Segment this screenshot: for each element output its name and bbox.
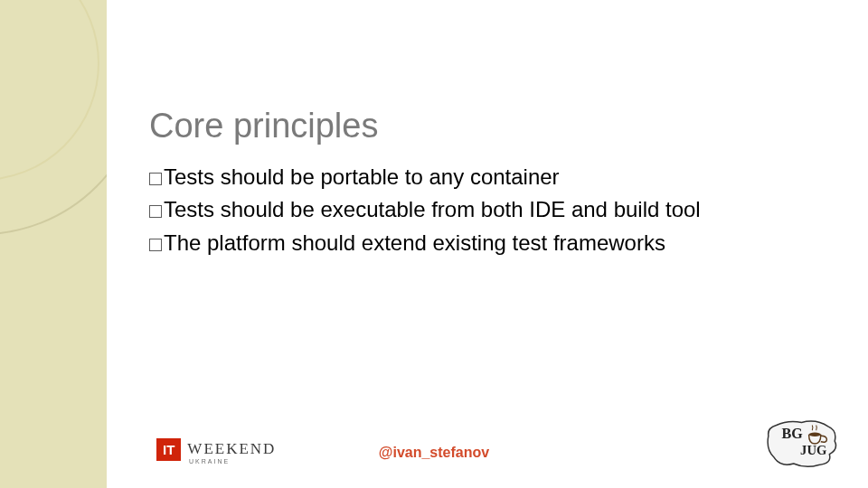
logo-weekend-text: WEEKEND	[187, 441, 276, 456]
bgjug-bg-text: BG	[782, 426, 804, 441]
logo-it-weekend: IT WEEKEND UKRAINE	[156, 438, 276, 461]
logo-ukraine-text: UKRAINE	[189, 458, 230, 465]
logo-bg-jug: BG JUG	[763, 416, 843, 472]
logo-it-box: IT	[156, 438, 181, 461]
slide-body: Tests should be portable to any containe…	[149, 163, 818, 261]
checkbox-icon	[149, 205, 162, 218]
bullet-text: Tests should be portable to any containe…	[164, 164, 560, 189]
checkbox-icon	[149, 239, 162, 251]
bullet-text: Tests should be executable from both IDE…	[164, 197, 701, 221]
svg-point-0	[809, 433, 821, 436]
checkbox-icon	[149, 173, 162, 185]
slide-title: Core principles	[149, 107, 378, 145]
bullet-item: Tests should be executable from both IDE…	[149, 195, 818, 224]
bullet-item: The platform should extend existing test…	[149, 229, 818, 258]
slide: Core principles Tests should be portable…	[0, 0, 868, 488]
bg-jug-icon: BG JUG	[763, 416, 843, 472]
side-decoration	[0, 0, 107, 488]
bgjug-jug-text: JUG	[800, 443, 826, 457]
footer-handle: @ivan_stefanov	[0, 445, 868, 461]
bullet-item: Tests should be portable to any containe…	[149, 163, 818, 192]
bullet-text: The platform should extend existing test…	[164, 230, 665, 255]
